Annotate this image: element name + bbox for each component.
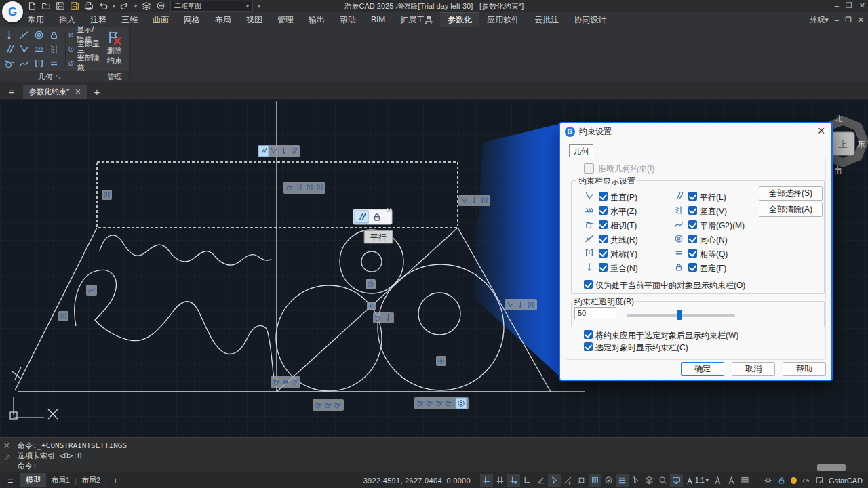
- show-after-apply-checkbox[interactable]: [584, 330, 593, 339]
- collinear-checkbox[interactable]: [599, 235, 608, 243]
- tab-shuchu[interactable]: 输出: [301, 12, 332, 27]
- hint-bulb-icon[interactable]: [791, 477, 797, 483]
- tab-guanli[interactable]: 管理: [270, 12, 301, 27]
- symmetric-checkbox[interactable]: [599, 249, 608, 258]
- only-current-plane-checkbox[interactable]: [584, 280, 593, 289]
- workspace-select[interactable]: 二维草图▾: [170, 1, 253, 12]
- lineweight-icon[interactable]: [616, 474, 629, 487]
- tab-canshuhua-active[interactable]: 参数化: [440, 12, 479, 27]
- tab-kuozhan[interactable]: 扩展工具: [393, 12, 440, 27]
- chat-icon[interactable]: [156, 1, 165, 11]
- angle-snap-icon[interactable]: [561, 474, 574, 487]
- infer-constraints-checkbox[interactable]: [584, 163, 594, 174]
- tab-bangzhu[interactable]: 帮助: [332, 12, 363, 27]
- perpendicular-checkbox[interactable]: [599, 192, 608, 201]
- parallel-checkbox[interactable]: [688, 192, 697, 201]
- constraint-bar[interactable]: [414, 397, 469, 409]
- transparency-icon[interactable]: [643, 474, 656, 487]
- polar-tracking-icon[interactable]: [534, 474, 547, 487]
- undo-icon[interactable]: [98, 1, 108, 11]
- coincident-checkbox[interactable]: [599, 263, 608, 272]
- save-icon[interactable]: [56, 1, 65, 11]
- qat-overflow-icon[interactable]: ▾: [258, 3, 260, 9]
- ui-lock-icon[interactable]: [777, 476, 786, 485]
- open-file-icon[interactable]: [41, 1, 51, 11]
- select-all-button[interactable]: 全部选择(S): [759, 186, 823, 201]
- viewcube-east-label[interactable]: 东: [857, 139, 865, 148]
- annotation-visibility-icon[interactable]: [711, 474, 724, 487]
- command-close-icon[interactable]: [3, 442, 10, 449]
- dialog-launcher-icon[interactable]: [56, 74, 62, 80]
- undo-caret-icon[interactable]: ▾: [113, 3, 115, 9]
- equal-checkbox[interactable]: [688, 249, 697, 258]
- fix-checkbox[interactable]: [688, 263, 697, 272]
- snap-mode-icon[interactable]: [507, 474, 520, 487]
- coincident-constraint-button[interactable]: [1, 28, 16, 42]
- app-logo[interactable]: G: [2, 1, 23, 22]
- snap-grid-icon[interactable]: [494, 474, 507, 487]
- layout-menu-icon[interactable]: ≡: [0, 475, 20, 486]
- tangent-constraint-button[interactable]: [1, 56, 16, 70]
- clear-all-button[interactable]: 全部清除(A): [759, 203, 823, 217]
- viewcube-up-label[interactable]: 上: [839, 139, 848, 149]
- mdi-restore-button[interactable]: ❐: [845, 16, 852, 24]
- tab-bim[interactable]: BIM: [363, 12, 393, 27]
- tab-qumian[interactable]: 曲面: [145, 12, 176, 27]
- ok-button[interactable]: 确定: [681, 362, 724, 376]
- coincident-badge[interactable]: [367, 302, 376, 310]
- geometry-panel-caption[interactable]: 几何: [0, 71, 100, 82]
- clean-screen-icon[interactable]: [670, 474, 683, 487]
- concentric-checkbox[interactable]: [688, 235, 697, 243]
- tab-changyong[interactable]: 常用: [20, 12, 52, 27]
- tab-xietongsheji[interactable]: 协同设计: [566, 12, 614, 27]
- annotation-scale-control[interactable]: 1:1▾: [684, 474, 711, 487]
- dialog-title-bar[interactable]: G 约束设置: [560, 123, 831, 140]
- vertical-checkbox[interactable]: [688, 206, 697, 215]
- performance-gauge-icon[interactable]: [802, 476, 810, 485]
- concentric-badge[interactable]: [436, 356, 446, 366]
- constraint-bar[interactable]: [458, 195, 490, 206]
- document-tab[interactable]: 参数化约束* ✕: [23, 85, 87, 99]
- tab-yunpizhu[interactable]: 云批注: [527, 12, 566, 27]
- constraint-bar[interactable]: [271, 376, 300, 388]
- auto-annotation-icon[interactable]: [725, 474, 738, 487]
- vertical-constraint-button[interactable]: [46, 42, 61, 56]
- redo-caret-icon[interactable]: ▾: [134, 3, 137, 9]
- viewcube-north-label[interactable]: 北: [834, 114, 842, 123]
- mdi-close-button[interactable]: ✕: [858, 16, 864, 24]
- smooth-constraint-button[interactable]: [16, 56, 31, 70]
- command-scrollbar[interactable]: [817, 464, 846, 471]
- new-layout-button[interactable]: +: [107, 475, 123, 486]
- show-on-select-checkbox[interactable]: [584, 342, 593, 351]
- close-button[interactable]: ✕: [859, 1, 865, 10]
- command-history[interactable]: 命令:_+CONSTRAINTSETTINGS 选项卡索引 <0>:0 命令:: [18, 441, 127, 471]
- mdi-minimize-button[interactable]: –: [835, 16, 839, 24]
- tab-wangge[interactable]: 网格: [176, 12, 208, 27]
- tab-sanwei[interactable]: 三维: [114, 12, 145, 27]
- symmetric-constraint-button[interactable]: [31, 56, 46, 70]
- command-prompt[interactable]: 命令:: [18, 461, 127, 471]
- minimize-button[interactable]: –: [835, 1, 839, 10]
- new-file-icon[interactable]: [27, 1, 37, 11]
- selection-cycling-icon[interactable]: [629, 474, 642, 487]
- help-button[interactable]: 帮助: [783, 362, 826, 376]
- constraint-bar[interactable]: [313, 399, 344, 411]
- equal-constraint-button[interactable]: [46, 56, 61, 70]
- tab-yingyongruanjian[interactable]: 应用软件: [479, 12, 527, 27]
- collinear-constraint-button[interactable]: [16, 28, 31, 42]
- layers-icon[interactable]: [142, 1, 151, 11]
- parallel-constraint-button[interactable]: [1, 42, 16, 56]
- redo-icon[interactable]: [120, 1, 130, 11]
- command-line-panel[interactable]: 命令:_+CONSTRAINTSETTINGS 选项卡索引 <0>:0 命令:: [0, 437, 868, 473]
- object-snap-icon[interactable]: [575, 474, 588, 487]
- object-snap-tracking-icon[interactable]: [602, 474, 615, 487]
- appearance-menu[interactable]: 外观▾: [810, 15, 829, 25]
- restore-button[interactable]: ❐: [846, 1, 852, 10]
- zoom-icon[interactable]: [656, 474, 669, 487]
- smooth-checkbox[interactable]: [688, 220, 697, 229]
- hatch-toggle-icon[interactable]: [589, 474, 601, 487]
- settings-gear-icon[interactable]: [764, 476, 772, 485]
- transparency-input[interactable]: 50: [574, 307, 616, 319]
- layout2-tab[interactable]: 布局2: [77, 475, 105, 485]
- tangent-checkbox[interactable]: [599, 220, 608, 229]
